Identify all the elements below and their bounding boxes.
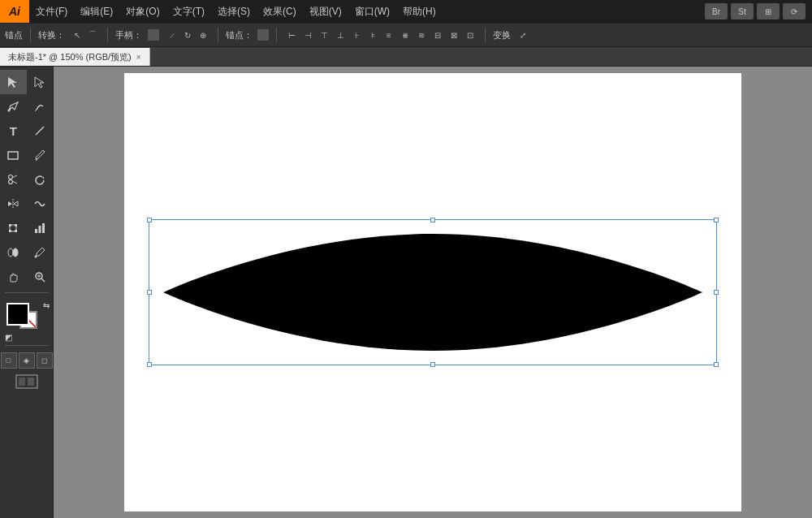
handle-top-right[interactable] [714, 218, 719, 222]
handle-btn[interactable] [147, 28, 160, 41]
warp-tool[interactable] [27, 192, 54, 216]
eyedropper-tool[interactable] [27, 240, 54, 265]
handle-icon-2[interactable]: ↻ [180, 28, 195, 42]
handle-middle-left[interactable] [147, 290, 152, 295]
sync-icon[interactable]: ⟳ [783, 3, 806, 19]
stock-icon[interactable]: St [731, 3, 754, 19]
scissors-tool[interactable] [0, 167, 27, 192]
tool-row-1 [0, 70, 53, 94]
handle-icon-3[interactable]: ⊕ [196, 28, 210, 42]
align-dist-h[interactable]: ≋ [414, 28, 429, 42]
view-mode-btn[interactable] [15, 373, 39, 392]
menu-file[interactable]: 文件(F) [29, 0, 74, 23]
left-toolbar: T [0, 67, 54, 518]
paintbrush-tool[interactable] [27, 143, 54, 167]
handle-bottom-middle[interactable] [430, 362, 435, 367]
shape-container[interactable] [149, 219, 717, 365]
menu-select[interactable]: 选择(S) [211, 0, 257, 23]
toolbar-divider-2 [5, 345, 49, 346]
convert-icon-2[interactable]: ⌒ [85, 28, 100, 42]
handle-bottom-left[interactable] [147, 362, 152, 367]
menu-text[interactable]: 文字(T) [166, 0, 211, 23]
svg-point-0 [8, 110, 11, 112]
align-top2[interactable]: ≡ [382, 28, 396, 42]
align-center-h[interactable]: ⊣ [300, 28, 315, 42]
svg-rect-11 [9, 230, 11, 232]
tool-row-2 [0, 94, 53, 119]
document-tab[interactable]: 未标题-1* @ 150% (RGB/预览) × [0, 48, 150, 66]
title-right-icons: Br St ⊞ ⟳ [705, 0, 812, 23]
fill-color-box[interactable] [6, 303, 29, 326]
svg-rect-2 [8, 152, 18, 159]
tab-close-btn[interactable]: × [136, 53, 141, 62]
menu-help[interactable]: 帮助(H) [396, 0, 443, 23]
svg-rect-12 [15, 230, 17, 232]
align-top[interactable]: ⊥ [333, 28, 348, 42]
color-section: ⇆ ◩ [0, 301, 53, 342]
handle-top-left[interactable] [147, 218, 152, 222]
handle-icons: ⟋ ↻ ⊕ [165, 28, 210, 42]
pen-tool[interactable] [0, 94, 27, 119]
align-dist-r[interactable]: ⊠ [447, 28, 461, 42]
tool-row-5 [0, 167, 53, 192]
hand-tool[interactable] [0, 265, 27, 289]
svg-rect-15 [42, 223, 45, 233]
sep1 [30, 28, 31, 42]
handle-bottom-right[interactable] [714, 362, 719, 367]
align-center-v[interactable]: ⊦ [349, 28, 364, 42]
free-transform-tool[interactable] [0, 216, 27, 240]
bridge-icon[interactable]: Br [705, 3, 728, 19]
select-tool[interactable] [0, 70, 27, 94]
svg-point-18 [34, 256, 37, 258]
rect-tool[interactable] [0, 143, 27, 167]
handle-middle-right[interactable] [714, 290, 719, 295]
menu-effect[interactable]: 效果(C) [257, 0, 303, 23]
chart-tool[interactable] [27, 216, 54, 240]
svg-point-17 [13, 248, 18, 257]
type-tool[interactable]: T [0, 119, 27, 143]
eye-shape-svg[interactable] [157, 227, 709, 357]
handle-label: 手柄： [115, 29, 142, 41]
svg-rect-9 [9, 224, 11, 227]
align-dist-v[interactable]: ⧻ [398, 28, 412, 42]
reflect-tool[interactable] [0, 192, 27, 216]
handle-top-middle[interactable] [430, 218, 435, 222]
default-colors-icon[interactable]: ◩ [5, 333, 12, 342]
draw-normal-btn[interactable]: □ [1, 352, 17, 369]
anchor-label: 锚点 [5, 29, 23, 41]
swap-colors-icon[interactable]: ⇆ [43, 301, 50, 310]
transform-expand-icon[interactable]: ⤢ [516, 28, 530, 42]
align-left[interactable]: ⊢ [284, 28, 299, 42]
convert-label: 转换： [38, 29, 65, 41]
svg-point-3 [9, 175, 13, 179]
zoom-tool[interactable] [27, 265, 54, 289]
align-bottom[interactable]: ⊧ [365, 28, 380, 42]
blend-tool[interactable] [0, 240, 27, 265]
line-tool[interactable] [27, 119, 54, 143]
align-right[interactable]: ⊤ [317, 28, 331, 42]
toolbar-divider-1 [5, 292, 49, 293]
direct-select-tool[interactable] [27, 70, 54, 94]
rotate-tool[interactable] [27, 167, 54, 192]
menu-edit[interactable]: 编辑(E) [74, 0, 119, 23]
grid-icon[interactable]: ⊞ [757, 3, 780, 19]
anchor-btn-filled[interactable] [257, 29, 269, 41]
menu-object[interactable]: 对象(O) [119, 0, 166, 23]
draw-behind-btn[interactable]: ◈ [19, 352, 35, 369]
align-dist-l[interactable]: ⊟ [430, 28, 445, 42]
artboard[interactable] [124, 73, 741, 512]
convert-icon-1[interactable]: ↖ [70, 28, 84, 42]
svg-point-4 [9, 180, 13, 184]
canvas-area[interactable]: 扩展的形状 [54, 67, 812, 518]
sep2 [107, 28, 108, 42]
handle-icon-1[interactable]: ⟋ [165, 28, 179, 42]
draw-inside-btn[interactable]: ◻ [37, 352, 53, 369]
tool-row-6 [0, 192, 53, 216]
tab-title: 未标题-1* @ 150% (RGB/预览) [8, 51, 132, 63]
align-dist-b[interactable]: ⊡ [463, 28, 477, 42]
convert-icons: ↖ ⌒ [70, 28, 100, 42]
freeform-pen-tool[interactable] [27, 94, 54, 119]
menu-view[interactable]: 视图(V) [303, 0, 348, 23]
svg-point-16 [8, 248, 13, 257]
menu-window[interactable]: 窗口(W) [348, 0, 396, 23]
